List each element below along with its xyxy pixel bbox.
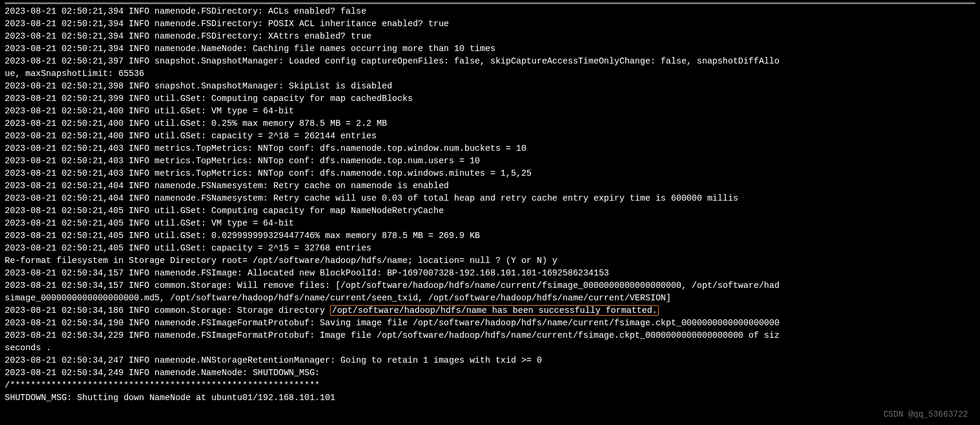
log-line: 2023-08-21 02:50:34,249 INFO namenode.Na… [5, 367, 975, 379]
log-line: 2023-08-21 02:50:34,190 INFO namenode.FS… [5, 317, 975, 329]
log-line: 2023-08-21 02:50:21,394 INFO namenode.FS… [5, 30, 975, 43]
log-line: ue, maxSnapshotLimit: 65536 [5, 68, 975, 80]
log-line: 2023-08-21 02:50:34,229 INFO namenode.FS… [5, 329, 975, 342]
log-line-highlighted: 2023-08-21 02:50:34,186 INFO common.Stor… [5, 305, 975, 317]
log-line: Re-format filesystem in Storage Director… [5, 255, 975, 267]
log-line: 2023-08-21 02:50:21,398 INFO snapshot.Sn… [5, 80, 975, 93]
log-line: 2023-08-21 02:50:34,157 INFO namenode.FS… [5, 267, 975, 280]
log-line: 2023-08-21 02:50:21,400 INFO util.GSet: … [5, 118, 975, 130]
watermark: CSDN @qq_53663722 [883, 408, 968, 420]
log-line: 2023-08-21 02:50:21,400 INFO util.GSet: … [5, 105, 975, 118]
log-line: 2023-08-21 02:50:21,405 INFO util.GSet: … [5, 230, 975, 242]
log-line: 2023-08-21 02:50:21,403 INFO metrics.Top… [5, 155, 975, 167]
log-prefix: 2023-08-21 02:50:34,186 INFO common.Stor… [5, 306, 330, 315]
log-line: 2023-08-21 02:50:21,399 INFO util.GSet: … [5, 93, 975, 105]
log-line: 2023-08-21 02:50:21,400 INFO util.GSet: … [5, 130, 975, 142]
terminal-output[interactable]: 2023-08-21 02:50:21,394 INFO namenode.FS… [5, 5, 975, 405]
log-line: 2023-08-21 02:50:34,247 INFO namenode.NN… [5, 354, 975, 367]
log-line: 2023-08-21 02:50:21,405 INFO util.GSet: … [5, 242, 975, 255]
log-line: simage_0000000000000000000.md5, /opt/sof… [5, 292, 975, 305]
log-line: 2023-08-21 02:50:21,394 INFO namenode.FS… [5, 18, 975, 30]
window-title-bar [5, 2, 975, 4]
log-line: 2023-08-21 02:50:21,404 INFO namenode.FS… [5, 180, 975, 192]
log-line: 2023-08-21 02:50:21,404 INFO namenode.FS… [5, 192, 975, 205]
log-line: seconds . [5, 342, 975, 354]
highlight-annotation: /opt/software/hadoop/hdfs/name has been … [330, 305, 659, 316]
log-line: 2023-08-21 02:50:21,405 INFO util.GSet: … [5, 205, 975, 217]
log-line: 2023-08-21 02:50:21,405 INFO util.GSet: … [5, 217, 975, 230]
log-line: 2023-08-21 02:50:21,397 INFO snapshot.Sn… [5, 55, 975, 68]
log-line: /***************************************… [5, 379, 975, 392]
log-line: 2023-08-21 02:50:34,157 INFO common.Stor… [5, 280, 975, 292]
log-line: 2023-08-21 02:50:21,403 INFO metrics.Top… [5, 142, 975, 155]
log-line: 2023-08-21 02:50:21,403 INFO metrics.Top… [5, 167, 975, 180]
log-line: SHUTDOWN_MSG: Shutting down NameNode at … [5, 392, 975, 404]
log-line: 2023-08-21 02:50:21,394 INFO namenode.Na… [5, 43, 975, 55]
log-line: 2023-08-21 02:50:21,394 INFO namenode.FS… [5, 5, 975, 18]
